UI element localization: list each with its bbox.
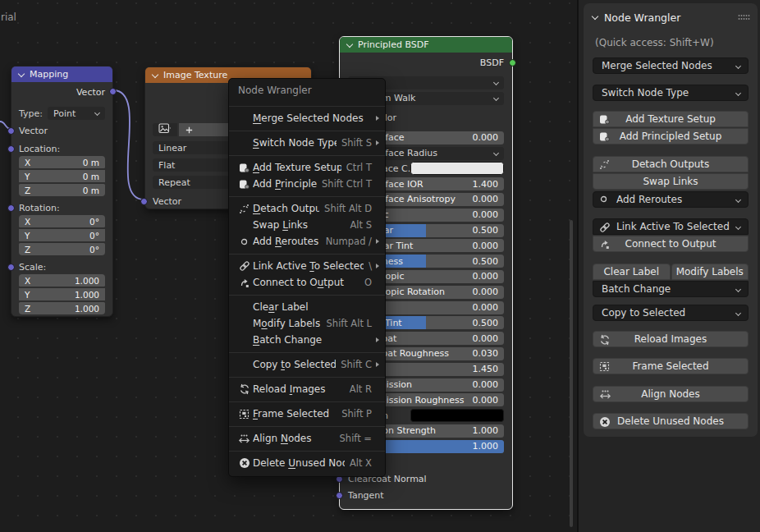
align-icon [236, 433, 253, 444]
menu-item-label: Add Texture Setup [253, 162, 341, 173]
input-socket-vector[interactable] [7, 204, 15, 212]
menu-item-add-principled-setup[interactable]: Add Principled SetupShift Ctrl T [229, 176, 385, 192]
submenu-arrow-icon [372, 239, 379, 244]
menu-item-shortcut: Alt X [350, 457, 372, 469]
reload-images-button[interactable]: Reload Images [593, 331, 749, 347]
submenu-arrow-icon [372, 264, 379, 268]
delete-unused-nodes-button[interactable]: Delete Unused Nodes [593, 413, 749, 429]
menu-item-clear-label[interactable]: Clear Label [229, 299, 385, 315]
input-socket-vector[interactable] [7, 145, 15, 153]
input-socket-vector[interactable] [7, 127, 15, 135]
mapping-value-location-x[interactable]: X0 m [19, 156, 105, 168]
copy-to-selected-dropdown[interactable]: Copy to Selected [593, 305, 749, 321]
align-nodes-button[interactable]: Align Nodes [593, 386, 749, 402]
menu-item-switch-node-type[interactable]: Switch Node TypeShift S [229, 135, 385, 151]
menu-item-copy-to-selected[interactable]: Copy to SelectedShift C [229, 356, 385, 373]
menu-separator [229, 192, 385, 200]
menu-item-link-active-to-selected[interactable]: Link Active To Selected\ [229, 258, 385, 274]
mapping-type-dropdown[interactable]: Point [48, 107, 105, 120]
menu-separator [229, 126, 385, 135]
collapse-chevron-icon[interactable] [18, 71, 25, 78]
canvas-vertical-scrollbar[interactable] [570, 220, 573, 527]
mapping-value-location-y[interactable]: Y0 m [19, 170, 105, 182]
menu-item-swap-links[interactable]: Swap LinksAlt S [229, 217, 385, 233]
connect-output-icon [599, 239, 610, 252]
delete-icon [599, 416, 611, 430]
menu-separator [229, 291, 385, 299]
menu-item-label: Merge Selected Nodes [253, 112, 372, 124]
menu-item-label: Batch Change [253, 334, 372, 346]
mapping-value-rotation-z[interactable]: Z0° [19, 243, 105, 255]
menu-item-shortcut: Shift = [340, 433, 372, 444]
align-icon [599, 389, 611, 402]
bsdf-output-row: BSDF [340, 53, 512, 72]
connect-to-output-button[interactable]: Connect to Output [593, 236, 749, 252]
mapping-value-scale-z[interactable]: Z1.000 [19, 302, 105, 314]
principled-input-tangent: Tangent [340, 488, 504, 504]
quick-access-hint: (Quick access: Shift+W) [595, 37, 714, 48]
collapse-chevron-icon[interactable] [152, 72, 158, 79]
node-editor-canvas[interactable]: rial Mapping Vector Type: Point [0, 0, 577, 532]
input-socket-vector[interactable] [336, 492, 343, 499]
frame-selected-button[interactable]: Frame Selected [593, 358, 749, 374]
menu-item-label: Clear Label [253, 301, 372, 313]
input-socket-vector[interactable] [7, 264, 15, 271]
panel-collapse-chevron-icon[interactable] [592, 14, 598, 21]
menu-separator [229, 250, 385, 258]
menu-item-shortcut: Shift Alt D [324, 203, 372, 214]
detach-outputs-button[interactable]: Detach Outputs [593, 156, 749, 172]
chevron-down-icon [493, 80, 498, 85]
merge-selected-nodes-dropdown[interactable]: Merge Selected Nodes [593, 57, 749, 74]
context-menu-title: Node Wrangler [229, 79, 385, 102]
node-mapping-header[interactable]: Mapping [11, 66, 112, 82]
add-reroutes-dropdown[interactable]: Add Reroutes [593, 191, 749, 208]
menu-item-connect-to-output[interactable]: Connect to OutputO [229, 274, 385, 291]
node-title: Principled BSDF [358, 39, 429, 50]
collapse-chevron-icon[interactable] [346, 42, 353, 48]
mapping-value-scale-x[interactable]: X1.000 [19, 274, 105, 287]
menu-item-detach-outputs[interactable]: Detach OutputsShift Alt D [229, 200, 385, 217]
mapping-value-rotation-x[interactable]: X0° [19, 215, 105, 227]
menu-item-shortcut: Alt R [350, 383, 372, 395]
menu-item-add-reroutes[interactable]: Add ReroutesNumpad / [229, 233, 385, 250]
color-swatch[interactable] [410, 162, 504, 175]
input-socket-vector[interactable] [140, 198, 148, 205]
add-texture-setup-button[interactable]: Add Texture Setup [593, 111, 749, 127]
wire-mapping-to-texture [113, 90, 144, 200]
batch-change-dropdown[interactable]: Batch Change [593, 281, 749, 297]
menu-item-frame-selected[interactable]: Frame SelectedShift P [229, 406, 385, 422]
menu-item-label: Reload Images [253, 383, 345, 395]
node-principled-header[interactable]: Principled BSDF [340, 37, 512, 53]
add-principled-setup-button[interactable]: Add Principled Setup [593, 128, 749, 144]
mapping-value-rotation-y[interactable]: Y0° [19, 229, 105, 241]
panel-drag-grip-icon[interactable] [738, 14, 751, 21]
menu-item-align-nodes[interactable]: Align NodesShift = [229, 430, 385, 447]
mapping-value-location-z[interactable]: Z0 m [19, 184, 105, 196]
menu-item-merge-selected-nodes[interactable]: Merge Selected Nodes [229, 110, 385, 126]
color-swatch[interactable] [410, 409, 504, 422]
menu-separator [229, 373, 385, 381]
menu-separator [229, 151, 385, 159]
switch-node-type-dropdown[interactable]: Switch Node Type [593, 85, 749, 101]
clear-label-button[interactable]: Clear Label [593, 264, 671, 280]
menu-item-batch-change[interactable]: Batch Change [229, 332, 385, 348]
chevron-down-icon [735, 225, 740, 230]
frame-icon [236, 409, 253, 420]
menu-separator [229, 348, 385, 356]
output-socket-bsdf[interactable] [509, 59, 516, 66]
output-socket-vector[interactable] [109, 88, 117, 95]
node-mapping[interactable]: Mapping Vector Type: Point Vector Locati… [11, 66, 113, 317]
swap-links-button[interactable]: Swap Links [593, 173, 749, 190]
modify-labels-button[interactable]: Modify Labels [671, 264, 749, 280]
menu-item-add-texture-setup[interactable]: Add Texture SetupCtrl T [229, 159, 385, 176]
mapping-type-row: Type: Point [19, 107, 105, 120]
menu-item-modify-labels[interactable]: Modify LabelsShift Alt L [229, 315, 385, 332]
mapping-input-vector: Vector [19, 124, 105, 137]
mapping-value-scale-y[interactable]: Y1.000 [19, 288, 105, 300]
menu-item-label: Link Active To Selected [253, 260, 364, 272]
menu-item-reload-images[interactable]: Reload ImagesAlt R [229, 381, 385, 397]
plus-icon [185, 126, 194, 135]
image-browse-dropdown[interactable] [153, 123, 177, 136]
menu-item-delete-unused-nodes[interactable]: Delete Unused NodesAlt X [229, 455, 385, 471]
link-active-to-selected-dropdown[interactable]: Link Active To Selected [593, 218, 749, 235]
